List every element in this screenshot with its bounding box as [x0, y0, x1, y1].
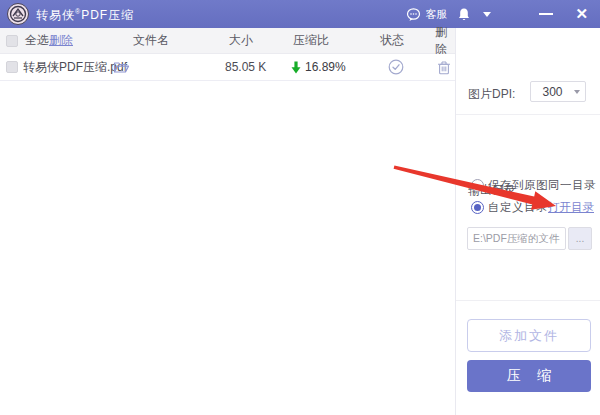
menu-icon[interactable]: [505, 10, 521, 18]
status-done-icon: [388, 54, 404, 80]
radio-custom-dir[interactable]: 自定义目录打开目录: [471, 200, 594, 215]
browse-button[interactable]: ...: [568, 227, 592, 250]
dpi-caret-icon: [574, 90, 580, 94]
delete-selected-link[interactable]: 删除: [49, 28, 73, 53]
titlebar: 转易侠®PDF压缩 客服 ✕: [0, 0, 600, 28]
output-path-input[interactable]: E:\PDF压缩的文件: [467, 227, 566, 250]
delete-row-trash-icon[interactable]: [437, 54, 451, 80]
row-checkbox[interactable]: [6, 61, 18, 73]
file-list: 全选 删除 文件名 大小 压缩比 状态 删除 转易侠PDF压缩.pdf 85.0…: [0, 28, 456, 415]
select-all-checkbox[interactable]: [6, 35, 18, 47]
app-title: 转易侠®PDF压缩: [36, 7, 134, 24]
minimize-button[interactable]: [539, 13, 553, 15]
radio-same-dir-circle[interactable]: [471, 179, 484, 192]
dpi-select[interactable]: 300: [530, 81, 586, 102]
col-filename: 文件名: [133, 28, 169, 53]
col-status: 状态: [380, 28, 404, 53]
open-folder-icon[interactable]: [113, 54, 130, 80]
dpi-label: 图片DPI:: [468, 86, 515, 103]
app-logo-icon: [7, 3, 29, 25]
dpi-value: 300: [531, 85, 574, 99]
radio-same-dir[interactable]: 保存到原图同一目录: [471, 178, 596, 193]
radio-custom-dir-circle[interactable]: [471, 201, 484, 214]
panel-divider-top: [456, 114, 600, 115]
close-button[interactable]: ✕: [575, 0, 588, 28]
app-window: 转易侠®PDF压缩 客服 ✕: [0, 0, 600, 415]
open-directory-link[interactable]: 打开目录: [548, 200, 594, 215]
file-name: 转易侠PDF压缩.pdf: [23, 54, 127, 80]
notification-bell-icon[interactable]: [457, 7, 471, 22]
table-row[interactable]: 转易侠PDF压缩.pdf 85.05 K 16.89%: [0, 54, 455, 81]
settings-panel: 图片DPI: 300 输出目录 保存到原图同一目录 自定义目录打开目录 E:\P…: [456, 28, 600, 415]
add-files-button[interactable]: 添加文件: [467, 319, 591, 352]
col-delete: 删除: [435, 28, 455, 53]
col-size: 大小: [229, 28, 253, 53]
compression-ratio: 16.89%: [305, 60, 346, 74]
chevron-down-icon[interactable]: [483, 12, 491, 17]
customer-service-label[interactable]: 客服: [425, 7, 447, 22]
table-header: 全选 删除 文件名 大小 压缩比 状态 删除: [0, 28, 455, 54]
size-decrease-arrow-icon: [291, 61, 301, 74]
file-size: 85.05 K: [225, 54, 266, 80]
customer-service-icon[interactable]: [406, 7, 421, 22]
panel-divider-bottom: [456, 300, 600, 301]
compress-button[interactable]: 压 缩: [467, 360, 591, 392]
col-ratio: 压缩比: [293, 28, 329, 53]
select-all-label[interactable]: 全选: [25, 28, 49, 53]
